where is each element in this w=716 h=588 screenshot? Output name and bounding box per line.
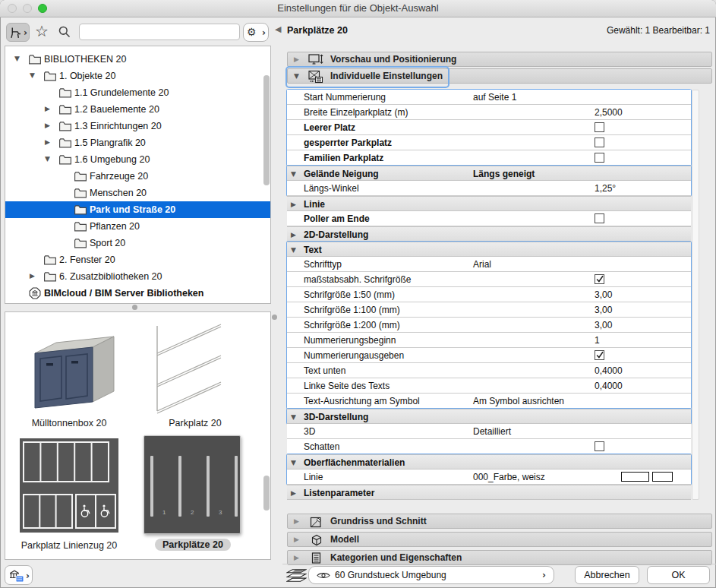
param-row-linke-seite-des-texts[interactable]: Linke Seite des Texts0,4000: [287, 378, 691, 394]
param-row-gesperrter-parkplatz[interactable]: gesperrter Parkplatz: [287, 135, 691, 150]
object-type-button[interactable]: ›: [6, 23, 30, 42]
search-input[interactable]: [79, 24, 240, 40]
checkbox-checked[interactable]: [595, 350, 604, 360]
tree-item-sport-20[interactable]: Sport 20: [5, 235, 270, 251]
section-kategorien-eigenschaften[interactable]: ▶ Kategorien und Eigenschaften: [287, 550, 712, 565]
tree-scrollbar-thumb[interactable]: [263, 75, 270, 185]
param-value[interactable]: 000_Farbe, weisz: [473, 472, 545, 482]
param-value[interactable]: Längs geneigt: [473, 169, 535, 179]
disclosure-triangle[interactable]: ▼: [45, 155, 50, 163]
settings-button[interactable]: ⚙ ›: [243, 23, 269, 42]
parameter-scrollbar[interactable]: [692, 90, 699, 500]
disclosure-triangle[interactable]: ▶: [294, 536, 299, 543]
param-group-header-text[interactable]: ▼Text: [287, 242, 691, 257]
tree-item-1-6-umgebung-20[interactable]: ▼1.6 Umgebung 20: [5, 151, 270, 168]
param-group-header-3d-darstellung[interactable]: ▼3D-Darstellung: [287, 409, 691, 424]
tree-item-1-2-bauelemente-20[interactable]: ▶1.2 Bauelemente 20: [5, 101, 270, 118]
tree-item-1-3-einrichtungen-20[interactable]: ▶1.3 Einrichtungen 20: [5, 118, 270, 134]
disclosure-triangle[interactable]: ▶: [45, 122, 50, 129]
param-value[interactable]: 3,00: [595, 289, 612, 300]
layers-icon[interactable]: [286, 567, 307, 584]
disclosure-triangle[interactable]: ▼: [291, 246, 296, 254]
param-group-header-listenparameter[interactable]: ▶Listenparameter: [287, 485, 691, 500]
disclosure-triangle[interactable]: ▶: [291, 231, 296, 239]
param-row-text-ausrichtung-am-symbol[interactable]: Text-Ausrichtung am SymbolAm Symbol ausr…: [287, 394, 691, 409]
section-vorschau-positionierung[interactable]: ▶ Vorschau und Positionierung: [287, 52, 712, 67]
param-value[interactable]: 3,00: [595, 305, 612, 315]
library-manager-button[interactable]: ›: [5, 565, 33, 585]
param-row-maßstabsabh-schrifgröße[interactable]: maßstabsabh. Schrifgröße: [287, 272, 691, 287]
tree-item-bimcloud-bim-server-bibliotheken[interactable]: BIMcloud / BIM Server Bibliotheken: [5, 285, 270, 302]
thumbnail-muelltonnenbox[interactable]: [20, 318, 117, 417]
disclosure-triangle[interactable]: ▶: [30, 272, 35, 280]
param-row-3d[interactable]: 3DDetailliert: [287, 424, 691, 439]
material-color-swatch[interactable]: [652, 472, 673, 482]
preview-scrollbar-thumb[interactable]: [263, 476, 270, 511]
param-row-längs-winkel[interactable]: Längs-Winkel1,25°: [287, 181, 691, 196]
disclosure-triangle[interactable]: ▼: [30, 71, 35, 79]
disclosure-triangle[interactable]: ▶: [294, 55, 299, 63]
param-value[interactable]: 1,25°: [595, 183, 616, 194]
tree-item-menschen-20[interactable]: Menschen 20: [5, 185, 270, 201]
splitter-handle[interactable]: [132, 305, 137, 310]
thumbnail-parkplatz[interactable]: [151, 317, 227, 416]
checkbox-unchecked[interactable]: [595, 441, 604, 451]
param-value[interactable]: 0,4000: [595, 365, 623, 376]
tree-item-bibliotheken-20[interactable]: ▼BIBLIOTHEKEN 20: [5, 51, 270, 68]
param-row-leerer-platz[interactable]: Leerer Platz: [287, 120, 691, 135]
tree-item-1-5-plangrafik-20[interactable]: ▶1.5 Plangrafik 20: [5, 134, 270, 151]
section-modell[interactable]: ▶ Modell: [287, 532, 712, 547]
param-row-nummerierungsbeginn[interactable]: Nummerierungsbeginn1: [287, 333, 691, 348]
tree-item-pflanzen-20[interactable]: Pflanzen 20: [5, 218, 270, 235]
disclosure-triangle[interactable]: ▶: [294, 554, 299, 561]
disclosure-triangle[interactable]: ▶: [45, 138, 50, 146]
param-value[interactable]: Detailliert: [473, 426, 511, 437]
ok-button[interactable]: OK: [647, 566, 710, 584]
cancel-button[interactable]: Abbrechen: [575, 566, 639, 584]
param-value[interactable]: 1: [595, 335, 600, 346]
disclosure-triangle[interactable]: ▶: [294, 517, 299, 525]
param-group-header-oberflächenmaterialien[interactable]: ▼Oberflächenmaterialien: [287, 454, 691, 469]
disclosure-triangle[interactable]: ▼: [14, 55, 20, 62]
material-color-swatch[interactable]: [621, 472, 649, 482]
checkbox-unchecked[interactable]: [595, 213, 604, 223]
layer-selector[interactable]: 60 Grundstueck Umgebung ›: [308, 566, 554, 584]
disclosure-triangle[interactable]: ▼: [294, 72, 299, 80]
tree-item-2-fenster-20[interactable]: 2. Fenster 20: [5, 251, 270, 268]
tree-item-fahrzeuge-20[interactable]: Fahrzeuge 20: [5, 168, 270, 185]
param-row-linie[interactable]: Linie000_Farbe, weisz: [287, 469, 691, 485]
param-row-poller-am-ende[interactable]: Poller am Ende: [287, 211, 691, 226]
param-row-familien-parkplatz[interactable]: Familien Parkplatz: [287, 150, 691, 166]
checkbox-unchecked[interactable]: [595, 138, 604, 147]
panel-splitter-handle[interactable]: [272, 315, 277, 320]
disclosure-triangle[interactable]: ▶: [291, 201, 296, 208]
tree-item-1-1-grundelemente-20[interactable]: 1.1 Grundelemente 20: [5, 84, 270, 101]
param-row-schrifgröße-1-50-mm[interactable]: Schrifgröße 1:50 (mm)3,00: [287, 287, 691, 302]
tree-item-1-objekte-20[interactable]: ▼1. Objekte 20: [5, 68, 270, 84]
param-row-nummerierungausgeben[interactable]: Nummerierungausgeben: [287, 348, 691, 363]
param-row-schrifgröße-1-100-mm[interactable]: Schrifgröße 1:100 (mm)3,00: [287, 302, 691, 318]
param-row-schrifttyp[interactable]: SchrifttypArial: [287, 257, 691, 272]
disclosure-triangle[interactable]: ▼: [291, 170, 296, 178]
disclosure-triangle[interactable]: ▼: [291, 413, 296, 421]
param-group-header-gelände-neigung[interactable]: ▼Gelände NeigungLängs geneigt: [287, 166, 691, 181]
param-value[interactable]: auf Seite 1: [473, 92, 516, 103]
param-group-header-linie[interactable]: ▶Linie: [287, 196, 691, 211]
thumbnail-parkplatz-linienzug[interactable]: [20, 438, 118, 533]
param-value[interactable]: Am Symbol ausrichten: [473, 396, 564, 406]
disclosure-triangle[interactable]: ▶: [45, 105, 50, 112]
param-value[interactable]: 0,4000: [595, 381, 623, 391]
checkbox-unchecked[interactable]: [595, 122, 604, 132]
thumbnail-parkplaetze-selected[interactable]: 1 2 3: [144, 435, 241, 534]
disclosure-triangle[interactable]: ▼: [291, 459, 296, 466]
title-bar[interactable]: Einstellungen für die Objekt-Auswahl: [0, 0, 716, 17]
param-row-schatten[interactable]: Schatten: [287, 439, 691, 454]
collapse-panel-icon[interactable]: ◀: [275, 24, 281, 34]
search-icon[interactable]: [58, 25, 71, 39]
param-value[interactable]: 3,00: [595, 320, 612, 330]
checkbox-unchecked[interactable]: [595, 153, 604, 163]
favorites-star-icon[interactable]: ☆: [35, 22, 49, 40]
param-row-text-unten[interactable]: Text unten0,4000: [287, 363, 691, 378]
section-individuelle-einstellungen[interactable]: ▼ Individuelle Einstellungen: [287, 68, 712, 84]
checkbox-checked[interactable]: [595, 274, 604, 284]
